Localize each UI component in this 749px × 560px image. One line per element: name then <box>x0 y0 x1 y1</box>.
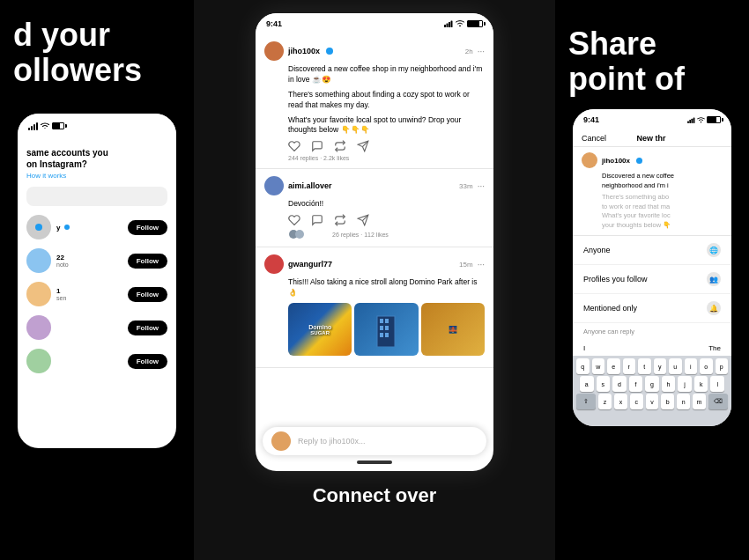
modal-cancel-btn[interactable]: Cancel <box>582 134 606 143</box>
preview-avatar <box>582 152 597 168</box>
follow-item-3: 1 sen Follow <box>26 282 167 306</box>
key-e[interactable]: e <box>607 358 620 374</box>
key-k[interactable]: k <box>694 376 708 392</box>
tweet-post-1: jiho100x 2h ··· Discovered a new coffee … <box>256 34 493 169</box>
tweet-avatar-2 <box>264 176 284 195</box>
keyboard-area[interactable]: q w e r t y u i o p a s d f g h j k l <box>573 356 731 426</box>
heart-icon-1[interactable] <box>288 140 300 152</box>
svg-point-4 <box>459 26 461 27</box>
key-h[interactable]: h <box>662 376 676 392</box>
key-i[interactable]: i <box>685 358 698 374</box>
keyboard-row-3: ⇧ z x c v b n m ⌫ <box>573 392 731 409</box>
search-bar[interactable] <box>26 187 167 206</box>
key-f[interactable]: f <box>629 376 643 392</box>
key-p[interactable]: p <box>716 358 729 374</box>
svg-rect-20 <box>692 118 693 122</box>
key-v[interactable]: v <box>646 394 659 409</box>
tweet-more-1[interactable]: ··· <box>478 47 485 56</box>
key-j[interactable]: j <box>678 376 692 392</box>
bottom-handle <box>357 461 392 464</box>
tweet-more-3[interactable]: ··· <box>478 260 485 269</box>
tweet-avatar-3 <box>264 254 284 274</box>
right-phone-mockup: 9:41 Cancel New thr <box>573 109 731 426</box>
svg-rect-1 <box>447 24 449 28</box>
key-q[interactable]: q <box>576 358 590 374</box>
key-b[interactable]: b <box>661 394 674 409</box>
preview-text-3: There's something abo <box>602 193 723 203</box>
how-it-works-link[interactable]: How it works <box>26 172 167 180</box>
svg-rect-3 <box>451 21 453 28</box>
key-t[interactable]: t <box>638 358 651 374</box>
center-status-bar: 9:41 <box>256 13 493 34</box>
center-signal-icon <box>444 20 453 27</box>
tweet-avatar-1 <box>264 41 284 61</box>
comment-icon-2[interactable] <box>311 214 323 226</box>
follow-button-3[interactable]: Follow <box>128 287 167 302</box>
tweet-more-2[interactable]: ··· <box>478 181 485 191</box>
reply-bar[interactable]: Reply to jiho100x... <box>263 427 486 455</box>
reply-option-following[interactable]: Profiles you follow 👥 <box>573 265 731 294</box>
follow-button-4[interactable]: Follow <box>128 321 167 335</box>
the-text: The <box>708 344 721 352</box>
tweet-img-2 <box>354 303 418 356</box>
wifi-icon <box>41 122 49 129</box>
tweet-preview-area: jiho100x Discovered a new coffee neighbo… <box>573 147 731 236</box>
follow-button-2[interactable]: Follow <box>128 254 167 269</box>
key-o[interactable]: o <box>700 358 713 374</box>
key-x[interactable]: x <box>614 394 627 409</box>
key-m[interactable]: m <box>693 394 706 409</box>
reply-avatars-icon <box>288 229 306 239</box>
key-y[interactable]: y <box>654 358 667 374</box>
share-icon-2[interactable] <box>357 214 369 226</box>
svg-rect-18 <box>687 121 689 123</box>
follow-item-5: Follow <box>26 349 167 373</box>
keyboard-row-2: a s d f g h j k l <box>573 374 731 392</box>
tweet-time-2: 33m <box>459 182 473 190</box>
svg-rect-15 <box>385 326 389 330</box>
follow-item-2: 22 noto Follow <box>26 248 167 273</box>
key-n[interactable]: n <box>677 394 690 409</box>
tweet-text-1b: There's something about finding a cozy s… <box>288 90 485 111</box>
tweet-text-1c: What's your favorite local spot to unwin… <box>288 115 485 136</box>
key-c[interactable]: c <box>630 394 643 409</box>
preview-text-1: Discovered a new coffee <box>602 172 723 181</box>
repost-icon-1[interactable] <box>334 140 346 152</box>
heart-icon-2[interactable] <box>288 214 300 226</box>
anyone-icon: 🌐 <box>707 243 721 257</box>
svg-rect-2 <box>449 22 450 27</box>
key-shift[interactable]: ⇧ <box>576 394 596 409</box>
reply-option-mentioned[interactable]: Mentioned only 🔔 <box>573 294 731 323</box>
feed-content[interactable]: jiho100x 2h ··· Discovered a new coffee … <box>256 34 493 439</box>
tweet-images: Domino SUGAR <box>288 303 485 356</box>
tweet-stats-2: 26 replies · 112 likes <box>332 232 389 238</box>
key-r[interactable]: r <box>623 358 636 374</box>
tweet-post-2: aimi.allover 33m ··· Devoción!! <box>256 169 493 247</box>
key-delete[interactable]: ⌫ <box>708 394 728 409</box>
repost-icon-2[interactable] <box>334 214 346 226</box>
key-z[interactable]: z <box>598 394 612 409</box>
reply-option-anyone[interactable]: Anyone 🌐 <box>573 236 731 265</box>
tweet-img-1: Domino SUGAR <box>288 303 352 356</box>
center-phone-mockup: 9:41 <box>256 13 493 471</box>
svg-rect-21 <box>693 117 695 123</box>
center-time: 9:41 <box>266 19 282 28</box>
avatar-1 <box>26 215 51 239</box>
comment-icon-1[interactable] <box>311 140 323 152</box>
key-a[interactable]: a <box>580 376 594 392</box>
compose-area[interactable]: I The <box>573 340 731 357</box>
key-l[interactable]: l <box>710 376 724 392</box>
mentioned-label: Mentioned only <box>583 304 637 313</box>
preview-text-5: What's your favorite loc <box>602 211 723 221</box>
suggest-title: same accounts you on Instagram? <box>26 147 167 170</box>
follow-button-5[interactable]: Follow <box>128 354 167 369</box>
share-icon-1[interactable] <box>357 140 369 152</box>
key-d[interactable]: d <box>612 376 627 392</box>
key-w[interactable]: w <box>592 358 605 374</box>
key-g[interactable]: g <box>645 376 659 392</box>
key-u[interactable]: u <box>669 358 682 374</box>
key-s[interactable]: s <box>597 376 611 392</box>
follow-button-1[interactable]: Follow <box>128 220 167 235</box>
reply-placeholder[interactable]: Reply to jiho100x... <box>298 437 366 446</box>
tweet-text-3: This!!! Also taking a nice stroll along … <box>288 277 485 298</box>
anyone-label: Anyone <box>583 246 611 254</box>
